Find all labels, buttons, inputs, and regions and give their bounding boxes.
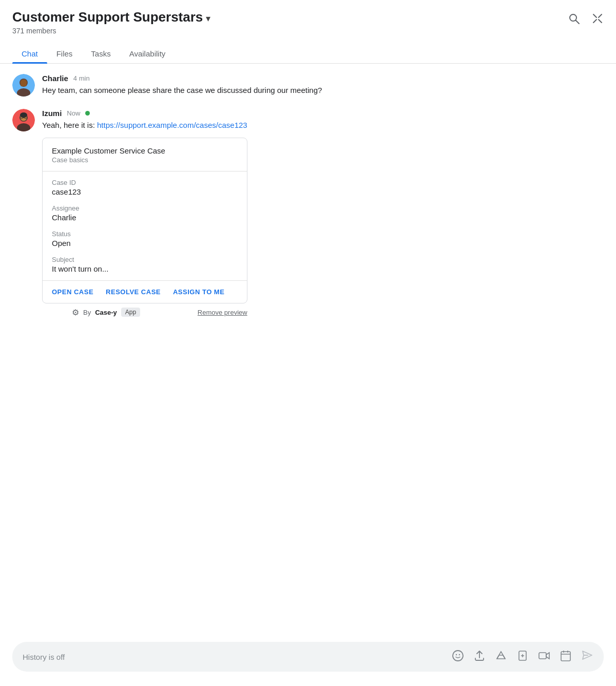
svg-rect-6 xyxy=(21,84,27,86)
case-field-value-subject: It won't turn on... xyxy=(52,264,238,273)
message-izumi: Izumi Now Yeah, here it is: https://supp… xyxy=(12,109,604,317)
search-icon[interactable] xyxy=(568,12,580,27)
svg-point-15 xyxy=(453,651,463,661)
svg-rect-22 xyxy=(561,652,570,661)
group-name: Customer Support Superstars xyxy=(12,9,203,25)
svg-rect-21 xyxy=(539,653,546,659)
case-field-assignee: Assignee Charlie xyxy=(52,204,238,222)
member-count: 371 members xyxy=(12,27,210,35)
avatar-charlie xyxy=(12,74,35,97)
tab-bar: Chat Files Tasks Availability xyxy=(0,39,616,64)
avatar-izumi xyxy=(12,109,35,131)
message-input-bar: History is off xyxy=(12,642,604,672)
app-badge: App xyxy=(121,308,140,317)
case-link[interactable]: https://support.example.com/cases/case12… xyxy=(97,121,247,129)
message-time-izumi: Now xyxy=(67,109,80,117)
chevron-down-icon[interactable]: ▾ xyxy=(206,13,210,24)
case-field-value-id: case123 xyxy=(52,187,238,196)
svg-line-1 xyxy=(576,21,580,24)
case-field-status: Status Open xyxy=(52,230,238,247)
assign-to-me-button[interactable]: ASSIGN TO ME xyxy=(173,288,224,296)
case-field-value-assignee: Charlie xyxy=(52,213,238,222)
calendar-icon[interactable] xyxy=(560,650,572,664)
message-body-charlie: Charlie 4 min Hey team, can someone plea… xyxy=(42,74,322,97)
header-left: Customer Support Superstars ▾ 371 member… xyxy=(12,9,210,35)
history-status: History is off xyxy=(23,653,452,661)
case-field-label-status: Status xyxy=(52,230,238,238)
casey-icon: ⚙ xyxy=(72,308,79,317)
video-icon[interactable] xyxy=(538,650,550,664)
case-field-label-assignee: Assignee xyxy=(52,204,238,212)
emoji-icon[interactable] xyxy=(452,650,464,664)
svg-point-16 xyxy=(456,654,457,655)
message-header-izumi: Izumi Now xyxy=(42,109,247,118)
message-text-izumi: Yeah, here it is: https://support.exampl… xyxy=(42,120,247,131)
case-field-label-id: Case ID xyxy=(52,179,238,186)
sender-name-izumi: Izumi xyxy=(42,109,62,118)
case-field-value-status: Open xyxy=(52,239,238,247)
by-label: By xyxy=(83,309,91,316)
case-card: Example Customer Service Case Case basic… xyxy=(42,138,247,303)
sender-name-charlie: Charlie xyxy=(42,74,68,83)
case-field-id: Case ID case123 xyxy=(52,179,238,196)
message-time-charlie: 4 min xyxy=(73,74,90,82)
message-header-charlie: Charlie 4 min xyxy=(42,74,322,83)
case-field-label-subject: Subject xyxy=(52,256,238,263)
header: Customer Support Superstars ▾ 371 member… xyxy=(0,0,616,35)
message-charlie: Charlie 4 min Hey team, can someone plea… xyxy=(12,74,604,97)
tab-availability[interactable]: Availability xyxy=(120,44,175,63)
send-icon[interactable] xyxy=(581,649,593,664)
new-doc-icon[interactable] xyxy=(516,650,529,664)
svg-point-17 xyxy=(459,654,460,655)
upload-icon[interactable] xyxy=(473,650,486,664)
case-card-actions: OPEN CASE RESOLVE CASE ASSIGN TO ME xyxy=(43,281,247,303)
remove-preview-link[interactable]: Remove preview xyxy=(198,309,247,316)
app-name: Case-y xyxy=(95,309,117,316)
tab-chat[interactable]: Chat xyxy=(12,44,47,63)
message-text-charlie: Hey team, can someone please share the c… xyxy=(42,85,322,97)
open-case-button[interactable]: OPEN CASE xyxy=(52,288,93,296)
collapse-icon[interactable] xyxy=(591,12,604,27)
case-card-body: Case ID case123 Assignee Charlie Status … xyxy=(43,172,247,281)
tab-files[interactable]: Files xyxy=(47,44,82,63)
case-field-subject: Subject It won't turn on... xyxy=(52,256,238,273)
toolbar-icons xyxy=(452,649,593,664)
case-card-title: Example Customer Service Case xyxy=(52,146,238,155)
by-line: ⚙ By Case-y App Remove preview xyxy=(72,308,247,317)
chat-area: Charlie 4 min Hey team, can someone plea… xyxy=(0,64,616,636)
message-body-izumi: Izumi Now Yeah, here it is: https://supp… xyxy=(42,109,247,317)
header-icons xyxy=(568,9,604,27)
tab-tasks[interactable]: Tasks xyxy=(82,44,120,63)
case-card-header: Example Customer Service Case Case basic… xyxy=(43,138,247,172)
resolve-case-button[interactable]: RESOLVE CASE xyxy=(106,288,161,296)
header-title: Customer Support Superstars ▾ xyxy=(12,9,210,25)
drive-icon[interactable] xyxy=(495,650,507,664)
online-status-dot xyxy=(85,111,90,116)
case-card-subtitle: Case basics xyxy=(52,156,238,164)
